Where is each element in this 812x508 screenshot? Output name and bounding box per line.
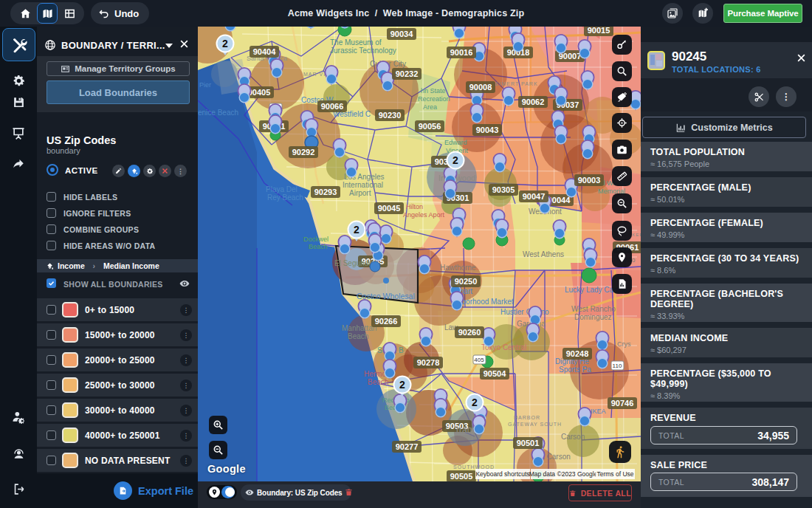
svg-text:Beach: Beach: [368, 378, 388, 386]
svg-text:90305: 90305: [492, 185, 515, 194]
svg-text:HARBOR: HARBOR: [514, 415, 540, 420]
svg-text:90230: 90230: [379, 111, 402, 120]
svg-text:90056: 90056: [419, 122, 441, 131]
svg-text:LEIMERT PARK: LEIMERT PARK: [492, 81, 538, 86]
svg-text:110: 110: [613, 363, 622, 369]
svg-text:90045: 90045: [378, 204, 401, 213]
svg-text:Rey Beach: Rey Beach: [267, 193, 303, 202]
svg-text:90066: 90066: [321, 102, 344, 111]
svg-text:Edward: Edward: [444, 139, 467, 146]
svg-text:hn State: hn State: [421, 87, 446, 95]
svg-text:Dockwel: Dockwel: [303, 236, 328, 243]
svg-text:90250: 90250: [455, 277, 478, 286]
svg-text:90015: 90015: [588, 27, 610, 35]
svg-text:90505: 90505: [450, 472, 473, 481]
svg-text:90034: 90034: [390, 30, 413, 38]
svg-text:405: 405: [474, 357, 484, 363]
svg-text:Hawthorne: Hawthorne: [440, 264, 476, 272]
svg-text:Pier: Pier: [199, 81, 211, 89]
svg-text:El Segundo: El Segundo: [334, 259, 373, 267]
svg-text:West Rancho: West Rancho: [571, 305, 616, 313]
svg-text:90278: 90278: [417, 358, 440, 367]
svg-text:90260: 90260: [458, 328, 481, 337]
svg-text:90404: 90404: [253, 47, 276, 56]
svg-text:Dominguez: Dominguez: [574, 313, 612, 321]
svg-text:90232: 90232: [396, 69, 419, 78]
svg-text:West Athens: West Athens: [523, 250, 564, 258]
svg-text:Sports Pa: Sports Pa: [559, 365, 591, 374]
svg-text:90008: 90008: [469, 83, 492, 92]
svg-text:Playa Del: Playa Del: [266, 185, 297, 193]
svg-text:90003: 90003: [578, 176, 601, 185]
svg-text:IKEA: IKEA: [591, 408, 606, 415]
svg-text:hborhood Market: hborhood Market: [458, 298, 514, 306]
svg-text:Beach: Beach: [309, 243, 328, 250]
svg-text:90746: 90746: [611, 399, 634, 408]
svg-text:90504: 90504: [484, 369, 506, 378]
svg-text:Jurassic Technology: Jurassic Technology: [330, 47, 396, 55]
svg-text:90047: 90047: [523, 192, 546, 201]
svg-text:Carson: Carson: [561, 433, 585, 441]
svg-text:The Museum of: The Museum of: [330, 38, 382, 47]
svg-text:Hilton: Hilton: [406, 203, 423, 210]
svg-text:90277: 90277: [396, 442, 419, 451]
svg-text:Beach: Beach: [348, 332, 368, 340]
svg-text:Airport: Airport: [349, 189, 371, 197]
svg-text:90043: 90043: [476, 126, 499, 134]
svg-text:90016: 90016: [450, 48, 473, 57]
svg-text:90292: 90292: [292, 148, 315, 157]
svg-text:90248: 90248: [566, 349, 589, 358]
svg-text:Crys: Crys: [617, 340, 631, 348]
svg-text:90501: 90501: [517, 439, 540, 447]
svg-text:enice Beach: enice Beach: [198, 109, 238, 117]
svg-text:Recreation: Recreation: [418, 95, 450, 103]
svg-text:International: International: [343, 181, 383, 189]
svg-text:GATEWAY SOUTH: GATEWAY SOUTH: [508, 422, 562, 427]
svg-text:90062: 90062: [522, 97, 545, 106]
svg-text:90266: 90266: [375, 317, 398, 326]
svg-text:90293: 90293: [314, 188, 337, 196]
svg-text:Angeles Aport: Angeles Aport: [403, 211, 445, 219]
svg-text:Area: Area: [423, 103, 437, 111]
